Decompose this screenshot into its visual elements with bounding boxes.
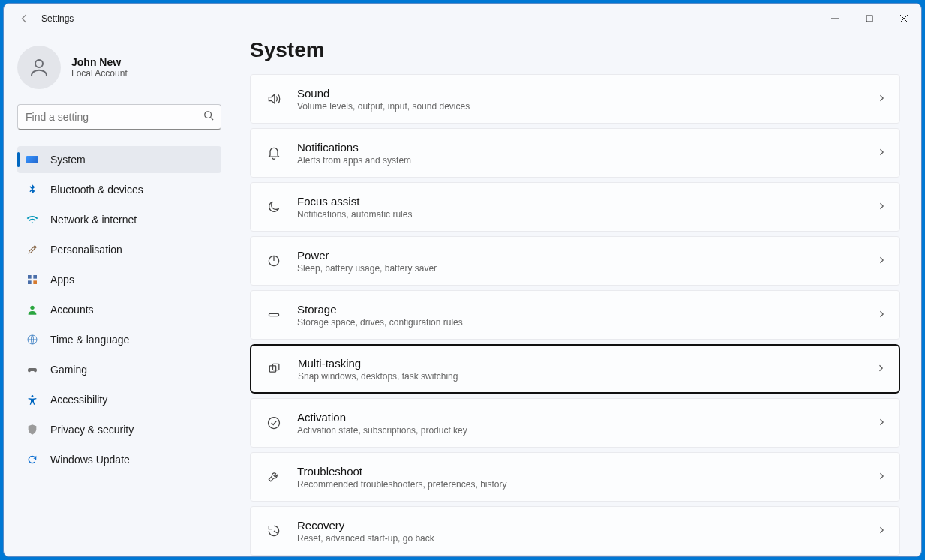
multitask-icon xyxy=(265,359,284,379)
globe-icon xyxy=(25,332,40,347)
sidebar-item-label: Time & language xyxy=(50,334,129,346)
person-icon xyxy=(25,302,40,317)
search-input[interactable] xyxy=(17,104,221,130)
titlebar-title: Settings xyxy=(41,13,74,24)
card-title: Storage xyxy=(297,303,877,316)
card-title: Troubleshoot xyxy=(297,465,877,478)
sidebar-item-label: Privacy & security xyxy=(50,424,134,436)
search-container xyxy=(17,104,221,130)
card-subtitle: Volume levels, output, input, sound devi… xyxy=(297,101,877,112)
sidebar-item-update[interactable]: Windows Update xyxy=(17,446,221,473)
card-power[interactable]: PowerSleep, battery usage, battery saver xyxy=(250,236,900,286)
sidebar-item-bluetooth[interactable]: Bluetooth & devices xyxy=(17,176,221,203)
bell-icon xyxy=(264,143,284,163)
chevron-right-icon xyxy=(877,200,886,214)
card-subtitle: Storage space, drives, configuration rul… xyxy=(297,317,877,328)
card-title: Sound xyxy=(297,87,877,100)
chevron-right-icon xyxy=(877,92,886,106)
storage-icon xyxy=(264,305,284,325)
card-subtitle: Recommended troubleshooters, preferences… xyxy=(297,479,877,490)
chevron-right-icon xyxy=(877,470,886,484)
card-troubleshoot[interactable]: TroubleshootRecommended troubleshooters,… xyxy=(250,452,900,502)
settings-window: Settings John New Local Account xyxy=(3,3,922,557)
wrench-icon xyxy=(264,467,284,487)
profile[interactable]: John New Local Account xyxy=(17,46,221,89)
main-content: System SoundVolume levels, output, input… xyxy=(235,34,921,556)
sidebar-item-label: System xyxy=(50,154,86,166)
sidebar-item-apps[interactable]: Apps xyxy=(17,266,221,293)
sidebar-item-label: Accounts xyxy=(50,304,94,316)
chevron-right-icon xyxy=(876,362,885,376)
profile-sub: Local Account xyxy=(71,68,128,79)
chevron-right-icon xyxy=(877,416,886,430)
card-subtitle: Snap windows, desktops, task switching xyxy=(298,371,876,382)
card-multitasking[interactable]: Multi-taskingSnap windows, desktops, tas… xyxy=(250,344,900,394)
apps-icon xyxy=(25,272,40,287)
settings-card-list: SoundVolume levels, output, input, sound… xyxy=(250,74,900,556)
chevron-right-icon xyxy=(877,146,886,160)
shield-icon xyxy=(25,422,40,437)
card-subtitle: Activation state, subscriptions, product… xyxy=(297,425,877,436)
sidebar-item-accounts[interactable]: Accounts xyxy=(17,296,221,323)
chevron-right-icon xyxy=(877,524,886,538)
card-title: Activation xyxy=(297,411,877,424)
chevron-right-icon xyxy=(877,254,886,268)
power-icon xyxy=(264,251,284,271)
close-button[interactable] xyxy=(887,7,921,30)
card-activation[interactable]: ActivationActivation state, subscription… xyxy=(250,398,900,448)
sidebar-item-gaming[interactable]: Gaming xyxy=(17,356,221,383)
chevron-right-icon xyxy=(877,308,886,322)
sidebar-item-label: Bluetooth & devices xyxy=(50,184,143,196)
svg-point-13 xyxy=(32,395,34,397)
sidebar-item-time[interactable]: Time & language xyxy=(17,326,221,353)
bluetooth-icon xyxy=(25,182,40,197)
card-sound[interactable]: SoundVolume levels, output, input, sound… xyxy=(250,74,900,124)
card-subtitle: Reset, advanced start-up, go back xyxy=(297,533,877,544)
accessibility-icon xyxy=(25,392,40,407)
recovery-icon xyxy=(264,521,284,541)
svg-point-19 xyxy=(269,418,280,429)
card-title: Multi-tasking xyxy=(298,357,876,370)
avatar-icon xyxy=(17,46,61,89)
window-controls xyxy=(818,7,921,30)
sidebar: John New Local Account SystemBluetooth &… xyxy=(4,34,235,556)
sidebar-item-network[interactable]: Network & internet xyxy=(17,206,221,233)
gamepad-icon xyxy=(25,362,40,377)
nav-list: SystemBluetooth & devicesNetwork & inter… xyxy=(17,146,221,473)
sidebar-item-label: Gaming xyxy=(50,364,87,376)
card-focus[interactable]: Focus assistNotifications, automatic rul… xyxy=(250,182,900,232)
page-title: System xyxy=(250,38,900,62)
search-icon xyxy=(203,110,214,124)
minimize-button[interactable] xyxy=(818,7,852,30)
profile-name: John New xyxy=(71,56,128,68)
sidebar-item-label: Personalisation xyxy=(50,244,122,256)
card-title: Notifications xyxy=(297,141,877,154)
card-recovery[interactable]: RecoveryReset, advanced start-up, go bac… xyxy=(250,506,900,556)
titlebar: Settings xyxy=(4,4,921,34)
sidebar-item-accessibility[interactable]: Accessibility xyxy=(17,386,221,413)
system-icon xyxy=(25,152,40,167)
svg-rect-16 xyxy=(269,313,278,316)
svg-rect-1 xyxy=(866,16,872,22)
sidebar-item-privacy[interactable]: Privacy & security xyxy=(17,416,221,443)
update-icon xyxy=(25,452,40,467)
brush-icon xyxy=(25,242,40,257)
card-subtitle: Sleep, battery usage, battery saver xyxy=(297,263,877,274)
sidebar-item-system[interactable]: System xyxy=(17,146,221,173)
sidebar-item-label: Windows Update xyxy=(50,454,130,466)
card-subtitle: Notifications, automatic rules xyxy=(297,209,877,220)
check-icon xyxy=(264,413,284,433)
sidebar-item-personalisation[interactable]: Personalisation xyxy=(17,236,221,263)
moon-icon xyxy=(264,197,284,217)
card-title: Power xyxy=(297,249,877,262)
card-storage[interactable]: StorageStorage space, drives, configurat… xyxy=(250,290,900,340)
maximize-button[interactable] xyxy=(852,7,887,30)
wifi-icon xyxy=(25,212,40,227)
sidebar-item-label: Apps xyxy=(50,274,74,286)
back-button[interactable] xyxy=(13,7,37,31)
svg-rect-10 xyxy=(33,280,37,284)
svg-point-5 xyxy=(205,112,212,118)
sidebar-item-label: Accessibility xyxy=(50,394,107,406)
card-notifications[interactable]: NotificationsAlerts from apps and system xyxy=(250,128,900,178)
sidebar-item-label: Network & internet xyxy=(50,214,137,226)
